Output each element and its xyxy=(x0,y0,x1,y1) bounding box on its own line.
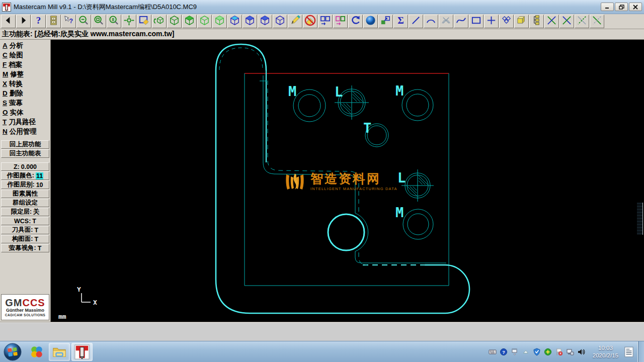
taskbar-app-browser-balls[interactable] xyxy=(26,343,47,361)
main-menu-button[interactable]: 回主功能表 xyxy=(1,149,49,158)
gview-iso-button[interactable] xyxy=(212,15,227,28)
taskbar-app-mastercam[interactable] xyxy=(71,343,93,361)
sidebar-menu-t[interactable]: T刀具路径 xyxy=(0,117,50,127)
back-button[interactable] xyxy=(1,15,16,28)
delete-button[interactable] xyxy=(303,15,317,28)
create-spline-button[interactable] xyxy=(454,15,468,28)
sidebar-menu-s[interactable]: S萤幕 xyxy=(0,98,50,108)
tray-lang-icon[interactable] xyxy=(511,347,519,356)
create-line-button[interactable] xyxy=(409,15,423,28)
cplane-front-button[interactable] xyxy=(243,15,257,28)
minimize-button[interactable] xyxy=(601,3,614,11)
gview-side-button[interactable] xyxy=(197,15,212,28)
zoom-scale-button[interactable]: 8 xyxy=(107,15,121,28)
create-point-button[interactable] xyxy=(484,15,499,28)
sidebar-menu-c[interactable]: C绘图 xyxy=(0,50,50,60)
trim-three-button[interactable] xyxy=(575,15,589,28)
restore-button[interactable] xyxy=(615,3,628,11)
status-图素属性[interactable]: 图素属性 xyxy=(1,190,49,198)
menu-label: 档案 xyxy=(9,61,22,68)
trim-two-button[interactable] xyxy=(559,15,574,28)
trim-divide-icon xyxy=(440,15,452,28)
calculator-sigma-button[interactable]: Σ xyxy=(393,15,408,28)
solids-manager-button[interactable] xyxy=(378,15,393,28)
back-one-level-button[interactable]: 回上层功能 xyxy=(1,140,49,149)
tray-network-icon[interactable] xyxy=(566,347,575,356)
gview-front-button[interactable] xyxy=(182,15,197,28)
status-z[interactable]: Z:0.000 xyxy=(1,162,49,171)
context-help-icon: ? xyxy=(63,15,74,28)
sidebar-menu-d[interactable]: D删除 xyxy=(0,88,50,98)
svg-text:Σ: Σ xyxy=(397,15,404,26)
context-help-button[interactable]: ? xyxy=(61,15,76,28)
create-arc-button[interactable] xyxy=(424,15,438,28)
taskbar-app-explorer[interactable] xyxy=(49,343,70,361)
pan-button[interactable] xyxy=(122,15,136,28)
tray-shield-icon[interactable] xyxy=(533,347,541,356)
help-button[interactable]: ? xyxy=(31,15,46,28)
sidebar-menu-o[interactable]: O实体 xyxy=(0,108,50,117)
cplane-side-button[interactable] xyxy=(258,15,272,28)
gview-top-button[interactable] xyxy=(167,15,182,28)
trim-four-button[interactable] xyxy=(590,15,604,28)
cplane-top-button[interactable] xyxy=(227,15,242,28)
operations-manager-icon xyxy=(531,15,542,28)
menu-hotkey: T xyxy=(3,118,7,126)
dynamic-rotate-button[interactable] xyxy=(152,15,167,28)
xform-pattern-button[interactable] xyxy=(499,15,514,28)
axis-y-label: Y xyxy=(77,286,81,293)
tray-help-icon[interactable]: ? xyxy=(500,347,508,356)
status-限定层[interactable]: 限定层:关 xyxy=(1,208,49,216)
status-label: 图素属性 xyxy=(13,190,38,198)
status-wcs[interactable]: WCS:T xyxy=(1,217,49,225)
gmccs-logo: GMCCS Günther Massimo CAD/CAM SOLUTIONS xyxy=(1,294,49,320)
gview-side-icon xyxy=(199,15,210,28)
shading-button[interactable] xyxy=(363,15,378,28)
trim-one-button[interactable] xyxy=(544,15,559,28)
taskbar-clock[interactable]: 10:03 2020/2/15 xyxy=(593,344,618,359)
hole-label-m: M xyxy=(395,205,404,220)
status-构图面[interactable]: 构图面:T xyxy=(1,235,49,243)
menu-label: 修整 xyxy=(10,70,24,78)
status-刀具面[interactable]: 刀具面:T xyxy=(1,226,49,234)
status-作图层别[interactable]: 作图层别:10 xyxy=(1,180,49,189)
tray-speaker-icon[interactable] xyxy=(577,347,586,356)
show-desktop-button[interactable] xyxy=(637,341,644,362)
sidebar-menu-f[interactable]: F档案 xyxy=(0,60,50,69)
status-作图颜色[interactable]: 作图颜色:11 xyxy=(1,171,49,180)
status-label: 作图颜色: xyxy=(7,171,34,180)
status-value: 0.000 xyxy=(21,163,37,170)
create-rectangle-button[interactable] xyxy=(469,15,484,28)
drawing-canvas[interactable]: MLMTLM Y X mm xyxy=(51,40,644,322)
status-群组设定[interactable]: 群组设定 xyxy=(1,199,49,207)
tray-flag-icon[interactable] xyxy=(555,347,564,356)
menu-label: 刀具路径 xyxy=(9,118,36,126)
edge-scrollbar[interactable] xyxy=(637,203,643,235)
sidebar-menu-x[interactable]: X转换 xyxy=(0,79,50,88)
create-solid-box-button[interactable] xyxy=(514,15,529,28)
screen-window-1-button[interactable] xyxy=(318,15,333,28)
start-button[interactable] xyxy=(3,342,22,361)
close-button[interactable] xyxy=(629,3,642,11)
tray-chevron-icon[interactable] xyxy=(522,347,530,356)
cplane-iso-button[interactable] xyxy=(273,15,287,28)
tray-greenplus-icon[interactable] xyxy=(544,347,552,356)
forward-button[interactable] xyxy=(16,15,31,28)
repaint-button[interactable] xyxy=(137,15,151,28)
sidebar-menu-m[interactable]: M修整 xyxy=(0,69,50,79)
file-cabinet-button[interactable] xyxy=(46,15,61,28)
zoom-out-button[interactable] xyxy=(76,15,91,28)
status-萤幕视角[interactable]: 萤幕视角:T xyxy=(1,244,49,252)
create-point-icon xyxy=(486,15,497,28)
zoom-window-button[interactable] xyxy=(92,15,106,28)
sidebar-menu-a[interactable]: A分析 xyxy=(0,41,50,50)
undo-button[interactable] xyxy=(348,15,363,28)
sketch-pencil-button[interactable] xyxy=(288,15,302,28)
trim-divide-button[interactable] xyxy=(439,15,453,28)
sidebar-menu-n[interactable]: N公用管理 xyxy=(0,127,50,136)
forward-icon xyxy=(18,15,29,28)
screen-window-2-button[interactable] xyxy=(333,15,348,28)
tray-keyboard-icon[interactable] xyxy=(489,347,497,356)
notes-tray-icon[interactable] xyxy=(622,344,635,359)
operations-manager-button[interactable] xyxy=(529,15,544,28)
